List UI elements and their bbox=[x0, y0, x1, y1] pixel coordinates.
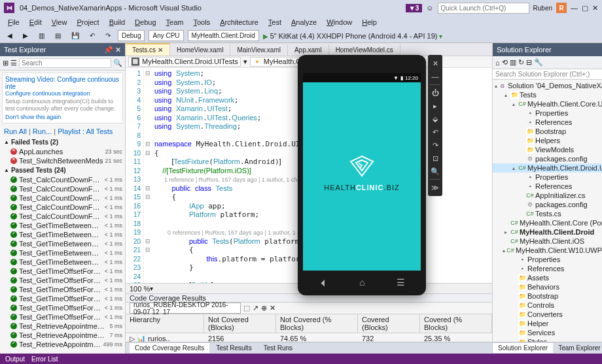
solution-root[interactable]: ▴⧈Solution '04_Demos_NativeXamarinApps' … bbox=[493, 81, 602, 90]
tree-node[interactable]: 📁Controls bbox=[493, 301, 602, 310]
test-item[interactable]: Test_CalcCountDownForMed_P...< 1 ms bbox=[0, 184, 125, 193]
emu-single-icon[interactable]: ▸ bbox=[428, 99, 442, 112]
pin-icon[interactable]: 📌 bbox=[104, 46, 113, 54]
right-tab[interactable]: Team Explorer bbox=[553, 343, 602, 353]
test-item[interactable]: Test_GetTimeBetween_B_L< 1 ms bbox=[0, 230, 125, 239]
minimize-icon[interactable]: — bbox=[571, 4, 578, 12]
config-dropdown[interactable]: Debug bbox=[118, 30, 145, 41]
menu-help[interactable]: Help bbox=[358, 17, 381, 27]
menu-window[interactable]: Window bbox=[323, 17, 356, 27]
menu-edit[interactable]: Edit bbox=[26, 17, 46, 27]
tree-node[interactable]: C#Tests.cs bbox=[493, 209, 602, 218]
tree-node[interactable]: ▴C#MyHealth.Client.W10.UWP (Universal Wi… bbox=[493, 246, 602, 255]
tree-node[interactable]: ▸C#MyHealth.Client.Droid bbox=[493, 227, 602, 237]
right-tab[interactable]: Solution Explorer bbox=[493, 343, 553, 353]
redo-button[interactable]: ↷ bbox=[102, 31, 114, 41]
test-item[interactable]: Test_GetTimeOffsetForNextPill_...< 1 ms bbox=[0, 267, 125, 276]
test-item[interactable]: Test_GetTimeOffsetForNextPill_...< 1 ms bbox=[0, 312, 125, 322]
tree-node[interactable]: ▪References bbox=[493, 264, 602, 273]
android-emulator[interactable]: ▼ ▮ 12:20 HEALTHCLINIC.BIZ ⏴ ⌂ ☰ bbox=[298, 55, 426, 295]
solution-search[interactable]: Search Solution Explorer (Ctrl+;) bbox=[493, 69, 602, 80]
nav-fwd-button[interactable]: ▶ bbox=[20, 31, 31, 41]
test-item[interactable]: Test_GetTimeBetween_L_B< 1 ms bbox=[0, 248, 125, 257]
editor-tab[interactable]: Tests.cs ✕ bbox=[126, 43, 170, 56]
properties-icon[interactable]: 🔧 bbox=[534, 58, 543, 67]
feedback-icon[interactable]: ☺ bbox=[426, 4, 433, 12]
menu-view[interactable]: View bbox=[48, 17, 71, 27]
coverage-col-header[interactable]: Not Covered (Blocks) bbox=[204, 314, 276, 333]
test-group[interactable]: ▲ Passed Tests (24) bbox=[0, 165, 125, 175]
nav-namespace[interactable]: 🔲 MyHealth.Client.Droid.UITests bbox=[128, 57, 241, 67]
menu-tools[interactable]: Tools bbox=[189, 17, 214, 27]
tree-node[interactable]: ▴C#MyHealth.Client.Droid.UITests bbox=[493, 163, 602, 173]
emu-power-icon[interactable]: ⏻ bbox=[428, 86, 442, 99]
test-item[interactable]: AppLaunches23 sec bbox=[0, 147, 125, 156]
test-item[interactable]: Test_GetTimeOffsetForNextPill_...< 1 ms bbox=[0, 285, 125, 294]
coverage-results-dropdown[interactable]: rurios_RUBEN-DESKTOP 2016-09-07 12_17_ bbox=[130, 303, 241, 314]
tree-node[interactable]: C#MyHealth.Client.Core (Portable) bbox=[493, 218, 602, 227]
emu-rotate-left-icon[interactable]: ↶ bbox=[428, 125, 442, 139]
user-avatar[interactable]: R bbox=[556, 3, 567, 13]
open-button[interactable]: ▤ bbox=[52, 31, 64, 41]
menu-team[interactable]: Team bbox=[162, 17, 188, 27]
test-search-input[interactable] bbox=[19, 58, 111, 68]
menu-file[interactable]: File bbox=[4, 17, 24, 27]
notice-dismiss[interactable]: Don't show this again bbox=[5, 114, 120, 120]
tree-node[interactable]: C#MyHealth.Client.iOS bbox=[493, 237, 602, 246]
sync-icon[interactable]: ⟲ bbox=[502, 58, 508, 67]
bottom-tab[interactable]: Code Coverage Results bbox=[130, 343, 209, 353]
tree-node[interactable]: 📁Converters bbox=[493, 310, 602, 319]
test-item[interactable]: Test_GetTimeBetween_B_D< 1 ms bbox=[0, 221, 125, 230]
test-item[interactable]: Test_RetrieveAppointments_Whe...499 ms bbox=[0, 340, 125, 349]
menu-build[interactable]: Build bbox=[105, 17, 129, 27]
emu-close-icon[interactable]: ✕ bbox=[428, 57, 442, 70]
test-item[interactable]: Test_SwitchBetweenMeds21 sec bbox=[0, 156, 125, 165]
test-item[interactable]: Test_CalcCountDownForMed_Pref...< 1 ms bbox=[0, 193, 125, 203]
coverage-col-header[interactable]: Covered (% Blocks) bbox=[420, 314, 492, 333]
tree-node[interactable]: ▪References bbox=[493, 118, 602, 127]
coverage-export-icon[interactable]: ↗ bbox=[253, 304, 258, 312]
tree-node[interactable]: 📁Styles bbox=[493, 337, 602, 342]
show-all-icon[interactable]: ▥ bbox=[510, 58, 516, 67]
quick-launch-input[interactable] bbox=[438, 3, 529, 14]
test-link[interactable]: Playlist : All Tests bbox=[58, 127, 113, 135]
emu-minimize-icon[interactable]: — bbox=[428, 70, 442, 83]
tree-node[interactable]: 📁Helper bbox=[493, 319, 602, 328]
editor-tab[interactable]: MainView.xaml bbox=[230, 44, 288, 56]
code-folding[interactable]: ⊟⊟⊟⊟⊟⊟⊟⊟⊟⊟⊟ bbox=[144, 68, 152, 283]
refresh-icon[interactable]: ↻ bbox=[518, 58, 524, 67]
menu-debug[interactable]: Debug bbox=[131, 17, 160, 27]
recent-icon[interactable]: ☰ bbox=[397, 277, 405, 288]
tree-node[interactable]: ⚙packages.config bbox=[493, 200, 602, 209]
coverage-remove-icon[interactable]: ✕ bbox=[270, 304, 275, 312]
search-icon[interactable]: 🔍 bbox=[113, 59, 122, 67]
emu-zoom-icon[interactable]: 🔍 bbox=[428, 165, 442, 178]
group-icon[interactable]: ⊞ bbox=[3, 59, 9, 67]
solution-tree[interactable]: ▴⧈Solution '04_Demos_NativeXamarinApps' … bbox=[493, 80, 602, 342]
test-item[interactable]: Test_RetrieveAppointments_Whe...7 ms bbox=[0, 331, 125, 340]
bottom-tab[interactable]: Test Results bbox=[211, 343, 257, 353]
tree-node[interactable]: ▪Properties bbox=[493, 108, 602, 118]
emu-more-icon[interactable]: ≫ bbox=[428, 181, 442, 194]
new-button[interactable]: ▥ bbox=[35, 31, 48, 41]
coverage-col-header[interactable]: Hierarchy bbox=[126, 314, 204, 333]
notice-link[interactable]: Configure continuous integration bbox=[5, 90, 120, 97]
coverage-tool-icon[interactable]: ⬚ bbox=[243, 304, 250, 312]
menu-architecture[interactable]: Architecture bbox=[216, 17, 262, 27]
emu-multi-icon[interactable]: ⬙ bbox=[428, 112, 442, 125]
tree-node[interactable]: 📁Services bbox=[493, 328, 602, 337]
bottom-tab[interactable]: Test Runs bbox=[258, 343, 298, 353]
user-name[interactable]: Ruben bbox=[533, 5, 552, 12]
editor-tab[interactable]: App.xaml bbox=[288, 44, 329, 56]
home-icon[interactable]: ⌂ bbox=[495, 59, 500, 67]
platform-dropdown[interactable]: Any CPU bbox=[149, 30, 183, 41]
test-link[interactable]: Run... bbox=[33, 127, 52, 135]
test-item[interactable]: Test_GetTimeOffsetForNextPill_...< 1 ms bbox=[0, 276, 125, 285]
back-icon[interactable]: ⏴ bbox=[319, 277, 328, 288]
maximize-icon[interactable]: ▢ bbox=[582, 4, 588, 12]
coverage-col-header[interactable]: Covered (Blocks) bbox=[358, 314, 420, 333]
test-item[interactable]: Test_GetTimeOffsetForNextPill_...< 1 ms bbox=[0, 303, 125, 312]
test-item[interactable]: Test_CalcCountDownForMidNo...< 1 ms bbox=[0, 203, 125, 212]
notification-badge[interactable]: ▼3 bbox=[406, 4, 422, 12]
tree-node[interactable]: 📁Helpers bbox=[493, 136, 602, 145]
